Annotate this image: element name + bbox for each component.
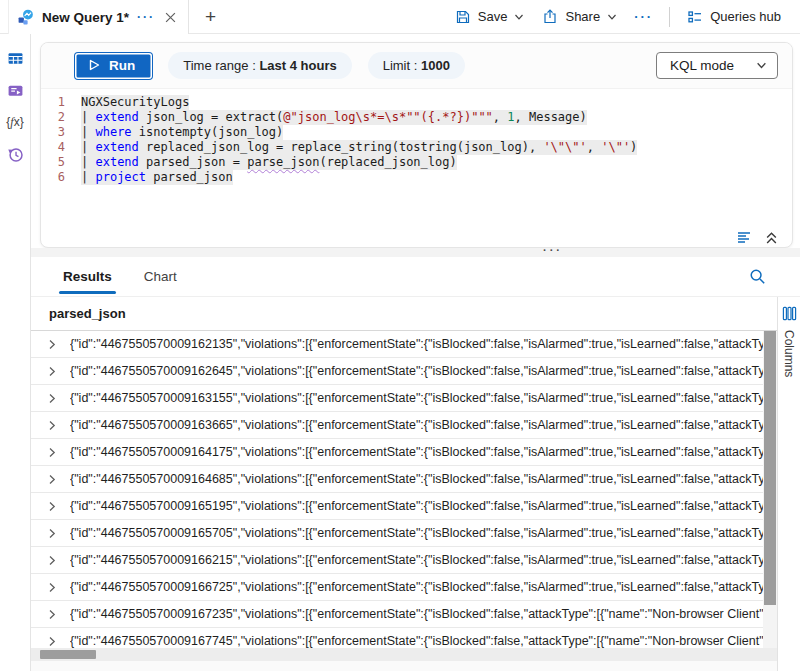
row-json-text: {"id":"4467550570009163665","violations"… <box>70 418 763 432</box>
code-line[interactable]: 5| extend parsed_json = parse_json(repla… <box>41 155 792 170</box>
limit-label: Limit : <box>383 58 418 73</box>
tab-bar: New Query 1* ··· + Save <box>0 0 800 34</box>
vertical-scrollbar[interactable] <box>763 331 777 648</box>
panel-splitter[interactable]: ··· <box>31 248 800 257</box>
table-row[interactable]: {"id":"4467550570009163155","violations"… <box>31 385 763 412</box>
columns-icon[interactable] <box>782 306 797 321</box>
query-editor[interactable]: 1NGXSecurityLogs2| extend json_log = ext… <box>41 89 792 247</box>
expand-row-icon[interactable] <box>47 447 57 458</box>
query-history-icon[interactable] <box>6 145 24 163</box>
more-commands-button[interactable]: ··· <box>628 4 659 29</box>
code-line[interactable]: 3| where isnotempty(json_log) <box>41 125 792 140</box>
query-tab[interactable]: New Query 1* ··· <box>8 0 189 34</box>
table-row[interactable]: {"id":"4467550570009165195","violations"… <box>31 493 763 520</box>
run-button[interactable]: Run <box>75 53 152 79</box>
connections-table-icon[interactable] <box>6 49 24 67</box>
save-icon <box>455 9 471 25</box>
adx-app-icon <box>17 9 34 26</box>
expand-row-icon[interactable] <box>47 501 57 512</box>
rows-and-scrollbar: {"id":"4467550570009162135","violations"… <box>31 331 777 648</box>
table-row[interactable]: {"id":"4467550570009164175","violations"… <box>31 439 763 466</box>
grid-center: parsed_json {"id":"4467550570009162135",… <box>31 297 777 671</box>
table-row[interactable]: {"id":"4467550570009165705","violations"… <box>31 520 763 547</box>
line-number: 2 <box>41 110 81 125</box>
code-text: NGXSecurityLogs <box>81 95 189 110</box>
expand-row-icon[interactable] <box>47 555 57 566</box>
horizontal-scrollbar-thumb[interactable] <box>40 650 96 659</box>
row-json-text: {"id":"4467550570009166215","violations"… <box>70 553 763 567</box>
share-icon <box>542 9 558 25</box>
code-line[interactable]: 2| extend json_log = extract(@"json_log\… <box>41 110 792 125</box>
table-row[interactable]: {"id":"4467550570009166215","violations"… <box>31 547 763 574</box>
save-label: Save <box>478 9 508 24</box>
query-card: Run Time range : Last 4 hours Limit : 10… <box>40 42 793 248</box>
table-row[interactable]: {"id":"4467550570009164685","violations"… <box>31 466 763 493</box>
splitter-handle[interactable]: ··· <box>543 244 563 256</box>
queries-hub-icon <box>687 9 703 25</box>
code-line[interactable]: 4| extend replaced_json_log = replace_st… <box>41 140 792 155</box>
code-lines: 1NGXSecurityLogs2| extend json_log = ext… <box>41 95 792 185</box>
mode-chevron-down-icon <box>756 60 767 71</box>
time-range-value: Last 4 hours <box>259 58 336 73</box>
tab-more-button[interactable]: ··· <box>137 10 155 24</box>
line-number: 1 <box>41 95 81 110</box>
table-row[interactable]: {"id":"4467550570009162645","violations"… <box>31 358 763 385</box>
line-number: 3 <box>41 125 81 140</box>
columns-panel-label[interactable]: Columns <box>782 330 796 377</box>
query-mode-select[interactable]: KQL mode <box>656 52 778 79</box>
code-line[interactable]: 1NGXSecurityLogs <box>41 95 792 110</box>
queries-hub-button[interactable]: Queries hub <box>680 4 788 30</box>
expand-row-icon[interactable] <box>47 474 57 485</box>
saved-scripts-icon[interactable] <box>6 81 24 99</box>
left-rail: {fx} <box>0 34 31 671</box>
tab-results[interactable]: Results <box>61 258 114 295</box>
columns-side-panel[interactable]: Columns <box>777 297 800 671</box>
time-range-picker[interactable]: Time range : Last 4 hours <box>168 52 351 79</box>
table-row[interactable]: {"id":"4467550570009162135","violations"… <box>31 331 763 358</box>
expand-row-icon[interactable] <box>47 366 57 377</box>
row-json-text: {"id":"4467550570009166725","violations"… <box>70 580 763 594</box>
share-button[interactable]: Share <box>535 4 624 30</box>
expand-row-icon[interactable] <box>47 636 57 647</box>
table-row[interactable]: {"id":"4467550570009166725","violations"… <box>31 574 763 601</box>
row-json-text: {"id":"4467550570009163155","violations"… <box>70 391 763 405</box>
save-button[interactable]: Save <box>448 4 532 30</box>
main-column: Run Time range : Last 4 hours Limit : 10… <box>31 34 800 671</box>
tab-chart[interactable]: Chart <box>142 258 179 295</box>
row-json-text: {"id":"4467550570009164685","violations"… <box>70 472 763 486</box>
vertical-scrollbar-thumb[interactable] <box>764 331 776 605</box>
table-row[interactable]: {"id":"4467550570009163665","violations"… <box>31 412 763 439</box>
line-number: 6 <box>41 170 81 185</box>
table-row[interactable]: {"id":"4467550570009167745","violations"… <box>31 628 763 648</box>
queries-hub-label: Queries hub <box>710 9 781 24</box>
horizontal-scrollbar[interactable] <box>31 648 777 661</box>
collapse-editor-icon[interactable] <box>765 231 778 244</box>
save-chevron-down-icon <box>514 12 524 22</box>
expand-row-icon[interactable] <box>47 582 57 593</box>
results-grid: parsed_json {"id":"4467550570009162135",… <box>31 297 800 671</box>
expand-row-icon[interactable] <box>47 609 57 620</box>
close-tab-icon[interactable] <box>163 10 178 25</box>
run-label: Run <box>109 58 135 73</box>
query-area: Run Time range : Last 4 hours Limit : 10… <box>31 34 800 248</box>
functions-icon[interactable]: {fx} <box>6 113 24 131</box>
row-json-text: {"id":"4467550570009162135","violations"… <box>70 337 763 351</box>
code-text: | where isnotempty(json_log) <box>81 125 283 140</box>
expand-row-icon[interactable] <box>47 393 57 404</box>
share-chevron-down-icon <box>607 12 617 22</box>
table-row[interactable]: {"id":"4467550570009167235","violations"… <box>31 601 763 628</box>
search-results-icon[interactable] <box>749 268 766 285</box>
row-json-text: {"id":"4467550570009165195","violations"… <box>70 499 763 513</box>
format-query-icon[interactable] <box>737 231 752 244</box>
code-line[interactable]: 6| project parsed_json <box>41 170 792 185</box>
app-body: {fx} Run Time <box>0 34 800 671</box>
expand-row-icon[interactable] <box>47 420 57 431</box>
expand-row-icon[interactable] <box>47 339 57 350</box>
column-header-parsed-json[interactable]: parsed_json <box>31 297 777 331</box>
new-tab-button[interactable]: + <box>189 0 232 33</box>
expand-row-icon[interactable] <box>47 528 57 539</box>
tab-bar-spacer <box>232 0 448 33</box>
line-number: 5 <box>41 155 81 170</box>
bottom-strip <box>31 661 777 671</box>
limit-picker[interactable]: Limit : 1000 <box>368 52 465 79</box>
